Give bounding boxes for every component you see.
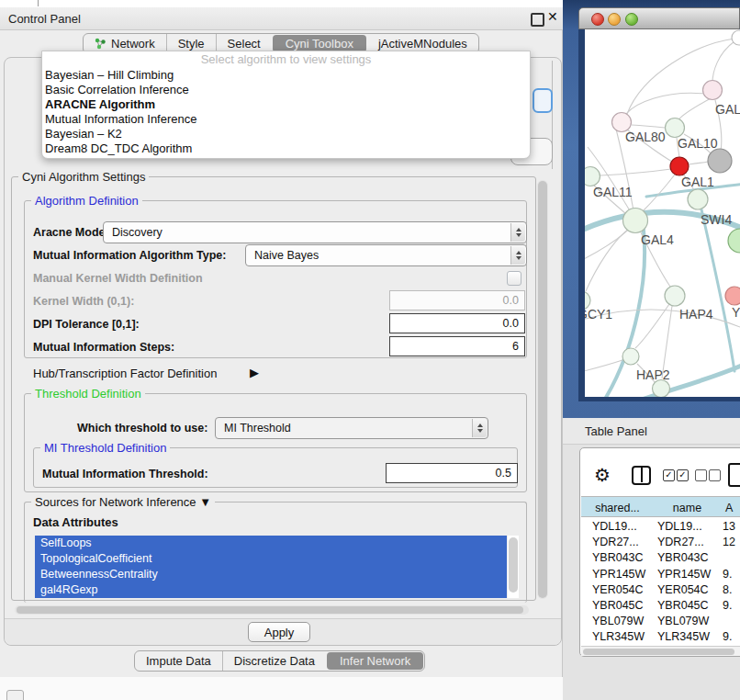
table-row[interactable]: YER054CYER054C8. xyxy=(581,582,740,598)
algorithm-definition-title: Algorithm Definition xyxy=(31,194,142,208)
manual-kernel-width-checkbox[interactable] xyxy=(507,271,521,286)
network-node-gal10[interactable] xyxy=(666,119,685,138)
attributes-list-scrollbar[interactable] xyxy=(508,536,519,598)
tab-impute-data[interactable]: Impute Data xyxy=(135,651,222,671)
network-window-left-border xyxy=(578,29,585,401)
table-header-row: shared... name A xyxy=(581,496,740,517)
mi-algorithm-type-select[interactable]: Naive Bayes xyxy=(245,244,527,266)
algorithm-option-selected[interactable]: ARACNE Algorithm xyxy=(42,97,530,112)
aracne-mode-select[interactable]: Discovery xyxy=(103,221,527,243)
close-window-icon[interactable] xyxy=(591,13,604,26)
table-row[interactable]: YBL079WYBL079W xyxy=(581,614,740,629)
column-header-name[interactable]: name xyxy=(654,497,722,517)
bottom-left-mini-button[interactable] xyxy=(6,690,24,700)
table-row[interactable]: YBR045CYBR045C9. xyxy=(581,598,740,614)
network-tab-icon xyxy=(95,38,107,50)
clear-checks-icon-2[interactable] xyxy=(709,469,721,481)
network-node-bottom[interactable] xyxy=(653,380,670,398)
attribute-option[interactable]: gal4RGexp xyxy=(35,582,507,598)
network-node-labels: GAL GAL80 GAL10 GAL1 GAL11 SWI4 GAL4 GCY… xyxy=(585,102,740,382)
network-node-pink[interactable] xyxy=(703,81,723,100)
sources-collapse-arrow-icon[interactable]: ▼ xyxy=(199,495,211,509)
table-body: YDL19...YDL19...13 YDR27...YDR27...12 YB… xyxy=(581,519,740,646)
node-label: SWI4 xyxy=(701,212,732,227)
algorithm-popup-list: Bayesian – Hill Climbing Basic Correlati… xyxy=(42,68,530,156)
node-label: GAL80 xyxy=(625,130,666,144)
mi-threshold-input[interactable] xyxy=(386,463,518,483)
minimize-window-icon[interactable] xyxy=(608,13,621,26)
select-all-checks-icon[interactable]: ✓ xyxy=(663,469,675,481)
algorithm-option[interactable]: Dream8 DC_TDC Algorithm xyxy=(42,141,530,156)
float-window-icon[interactable] xyxy=(531,13,544,27)
column-layout-icon[interactable] xyxy=(632,466,651,485)
sources-group-title: Sources for Network Inference ▼ xyxy=(31,495,215,509)
settings-vertical-scrollbar[interactable] xyxy=(537,180,548,599)
table-panel-titlebar: Table Panel xyxy=(563,418,740,445)
network-node-hap4[interactable] xyxy=(665,286,685,306)
mi-threshold-group-title: MI Threshold Definition xyxy=(40,441,170,455)
attribute-option[interactable]: BetweennessCentrality xyxy=(35,567,507,582)
aracne-mode-label: Aracne Mode: xyxy=(33,226,109,239)
network-node-salmon[interactable] xyxy=(725,287,740,305)
table-row[interactable]: YDR27...YDR27...12 xyxy=(581,535,740,550)
table-horizontal-scrollbar[interactable] xyxy=(581,646,740,656)
node-label: GCY1 xyxy=(585,307,612,322)
which-threshold-label: Which threshold to use: xyxy=(77,422,207,435)
zoom-window-icon[interactable] xyxy=(625,13,638,26)
column-header-partial[interactable]: A xyxy=(721,497,740,517)
table-row[interactable]: YLR345WYLR345W9. xyxy=(581,629,740,645)
control-panel-titlebar: Control Panel ✕ xyxy=(0,7,569,30)
settings-horizontal-scrollbar[interactable] xyxy=(15,605,529,615)
algorithm-option[interactable]: Bayesian – K2 xyxy=(42,127,530,141)
new-table-doc-icon[interactable] xyxy=(728,463,740,487)
hub-expand-arrow-icon[interactable]: ▶ xyxy=(250,366,259,379)
which-threshold-select[interactable]: MI Threshold xyxy=(215,417,488,439)
tab-infer-network[interactable]: Infer Network xyxy=(327,652,423,670)
network-node-swi4[interactable] xyxy=(728,229,740,253)
network-node-red[interactable] xyxy=(670,157,689,175)
column-header-shared-name[interactable]: shared... xyxy=(581,497,655,517)
attribute-option[interactable]: SelfLoops xyxy=(35,536,507,551)
mi-steps-label: Mutual Information Steps: xyxy=(33,341,174,354)
select-all-checks-icon-2[interactable]: ✓ xyxy=(677,469,689,481)
hub-section-label: Hub/Transcription Factor Definition xyxy=(33,367,217,380)
mi-steps-input[interactable] xyxy=(389,336,525,356)
algorithm-select-popup: Select algorithm to view settings Bayesi… xyxy=(41,51,531,159)
apply-button[interactable]: Apply xyxy=(248,622,310,642)
mi-algorithm-type-label: Mutual Information Algorithm Type: xyxy=(33,249,226,262)
attribute-option[interactable]: TopologicalCoefficient xyxy=(35,551,507,567)
threshold-definition-title: Threshold Definition xyxy=(31,387,145,401)
kernel-width-label: Kernel Width (0,1): xyxy=(33,295,134,308)
node-label: HAP4 xyxy=(679,307,713,322)
table-settings-gear-icon[interactable]: ⚙ xyxy=(594,464,611,486)
data-attributes-label: Data Attributes xyxy=(33,515,118,529)
bottom-tabbar: Impute Data Discretize Data Infer Networ… xyxy=(134,650,425,672)
algorithm-option[interactable]: Bayesian – Hill Climbing xyxy=(42,68,530,83)
network-node-gal4[interactable] xyxy=(623,209,648,233)
network-window-titlebar[interactable] xyxy=(578,7,740,29)
table-row[interactable]: YBR043CYBR043C xyxy=(581,550,740,566)
hidden-combo-fragment xyxy=(533,88,553,113)
table-row[interactable]: YDL19...YDL19...13 xyxy=(581,519,740,535)
node-label: GAL4 xyxy=(641,232,674,247)
algorithm-option[interactable]: Mutual Information Inference xyxy=(42,112,530,127)
stepper-icon xyxy=(472,419,487,437)
close-panel-icon[interactable]: ✕ xyxy=(547,9,558,24)
table-panel-title: Table Panel xyxy=(585,424,647,438)
network-node-gray[interactable] xyxy=(708,149,732,173)
network-node-hap2[interactable] xyxy=(622,348,639,365)
dpi-tolerance-input[interactable] xyxy=(389,313,525,333)
mi-threshold-label: Mutual Information Threshold: xyxy=(42,468,208,480)
dpi-tolerance-label: DPI Tolerance [0,1]: xyxy=(33,318,140,331)
tab-discretize-data[interactable]: Discretize Data xyxy=(222,651,326,671)
network-node-gal11[interactable] xyxy=(585,167,600,186)
node-label: HAP2 xyxy=(636,367,670,382)
network-node-gal1[interactable] xyxy=(688,189,708,209)
table-row[interactable]: YPR145WYPR145W9. xyxy=(581,567,740,582)
control-panel-title: Control Panel xyxy=(8,12,81,26)
node-label: GAL1 xyxy=(681,175,714,189)
clear-checks-icon[interactable] xyxy=(695,469,707,481)
algorithm-option[interactable]: Basic Correlation Inference xyxy=(42,83,530,97)
node-label: GAL10 xyxy=(678,136,718,151)
kernel-width-input xyxy=(389,290,525,310)
